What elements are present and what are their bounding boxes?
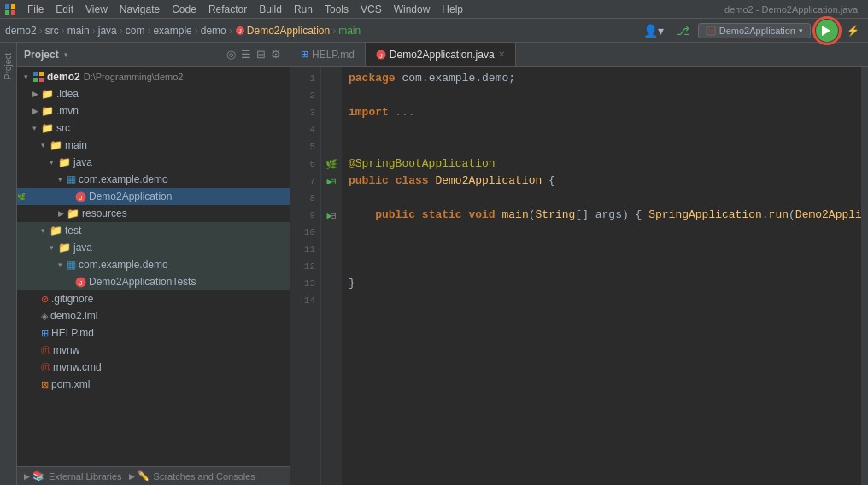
breadcrumb-java[interactable]: java — [98, 25, 117, 37]
tree-item-src[interactable]: ▾ 📁 src — [17, 120, 290, 137]
menu-run[interactable]: Run — [289, 3, 318, 16]
breadcrumb-main[interactable]: main — [67, 25, 90, 37]
tree-label-java: java — [73, 156, 92, 168]
breadcrumb-src[interactable]: src — [45, 25, 59, 37]
gutter-9[interactable]: ▶ ⊟ — [321, 207, 342, 224]
code-line-10 — [349, 224, 854, 241]
svg-rect-10 — [33, 78, 38, 82]
tree-item-resources[interactable]: ▶ 📁 resources — [17, 205, 290, 222]
breadcrumb-class[interactable]: JDemo2Application — [235, 25, 330, 37]
menubar: File Edit View Navigate Code Refactor Bu… — [0, 0, 868, 19]
tree-item-HELP-md[interactable]: ▶ ⊞ HELP.md — [17, 324, 290, 342]
menu-navigate[interactable]: Navigate — [114, 3, 165, 16]
tree-item-idea[interactable]: ▶ 📁 .idea — [17, 85, 290, 102]
git-branch-button[interactable]: ⎇ — [672, 22, 693, 39]
tree-item-demo2-iml[interactable]: ▶ ◈ demo2.iml — [17, 307, 290, 324]
external-libraries-item[interactable]: ▶ 📚 External Libraries — [24, 470, 122, 482]
maven-icon: ⓜ — [41, 344, 50, 357]
tree-item-java[interactable]: ▾ 📁 java — [17, 154, 290, 171]
breadcrumb-example[interactable]: example — [153, 25, 191, 37]
tree-label-pom-xml: pom.xml — [51, 378, 90, 390]
tree-arrow-mvn: ▶ — [32, 107, 41, 115]
gutter-4 — [321, 121, 342, 138]
code-content[interactable]: package com.example.demo; import ... @Sp… — [342, 67, 861, 485]
menu-window[interactable]: Window — [389, 3, 436, 16]
sep2: › — [62, 25, 65, 37]
scratches-item[interactable]: ▶ ✏️ Scratches and Consoles — [129, 470, 255, 482]
breadcrumb-demo[interactable]: demo — [201, 25, 226, 37]
tree-item-mvnw[interactable]: ▶ ⓜ mvnw — [17, 342, 290, 359]
tree-item-pom-xml[interactable]: ▶ ⊠ pom.xml — [17, 376, 290, 393]
breadcrumb-com[interactable]: com — [126, 25, 145, 37]
panel-dropdown-icon[interactable]: ▾ — [64, 50, 68, 59]
semicolon-1: ; — [508, 70, 515, 87]
account-button[interactable]: 👤▾ — [640, 22, 667, 39]
tree-item-demo2-root[interactable]: ▾ demo2 D:\Programming\demo2 — [17, 68, 290, 85]
tab-demo2app[interactable]: J Demo2Application.java ✕ — [366, 43, 516, 66]
panel-expand-button[interactable]: ⊟ — [255, 48, 267, 61]
svg-text:J: J — [79, 195, 83, 201]
coverage-button[interactable]: ⚡ — [843, 23, 863, 38]
tab-demo2app-close[interactable]: ✕ — [498, 50, 505, 59]
panel-localize-button[interactable]: ◎ — [225, 48, 238, 61]
tree-item-Demo2ApplicationTests[interactable]: ▶ J Demo2ApplicationTests — [17, 273, 290, 290]
tree-path-demo2: D:\Programming\demo2 — [84, 72, 184, 82]
sep4: › — [120, 25, 123, 37]
svg-rect-3 — [11, 10, 15, 15]
gutter-14 — [321, 292, 342, 309]
menu-build[interactable]: Build — [254, 3, 287, 16]
panel-collapse-button[interactable]: ☰ — [239, 48, 253, 61]
external-libraries-icon: 📚 — [32, 470, 44, 482]
menu-edit[interactable]: Edit — [50, 3, 79, 16]
tree-item-package[interactable]: ▾ ▦ com.example.demo — [17, 171, 290, 188]
window-title: demo2 - Demo2Application.java — [724, 4, 865, 15]
panel-settings-button[interactable]: ⚙ — [269, 48, 283, 61]
sidebar-strip-project-label[interactable]: Project — [3, 53, 13, 79]
scratches-label: Scratches and Consoles — [154, 471, 255, 482]
breadcrumb-demo2[interactable]: demo2 — [5, 25, 37, 37]
menu-tools[interactable]: Tools — [320, 3, 354, 16]
breadcrumb-main-method[interactable]: main — [338, 25, 361, 37]
tree-item-mvn[interactable]: ▶ 📁 .mvn — [17, 102, 290, 120]
run-button[interactable] — [816, 20, 838, 42]
brace-close: } — [349, 275, 355, 292]
code-line-7: public class Demo2Application { — [349, 172, 854, 190]
line-num-7: 7 — [290, 172, 315, 190]
sep5: › — [147, 25, 150, 37]
line-num-8: 8 — [290, 190, 315, 207]
menu-vcs[interactable]: VCS — [355, 3, 387, 16]
svg-text:M: M — [708, 28, 713, 34]
menu-view[interactable]: View — [80, 3, 113, 16]
panel-toolbar: ◎ ☰ ⊟ ⚙ — [225, 48, 283, 61]
mth-main: main — [502, 207, 529, 224]
tree-label-Demo2Application: Demo2Application — [89, 190, 172, 202]
spring-badge: 🌿 — [17, 193, 26, 201]
folder-java-test-icon: 📁 — [58, 242, 71, 254]
menu-refactor[interactable]: Refactor — [203, 3, 252, 16]
code-line-1: package com.example.demo; — [349, 70, 854, 87]
menu-code[interactable]: Code — [167, 3, 202, 16]
tab-help-md[interactable]: ⊞ HELP.md — [290, 43, 366, 66]
line-num-6: 6 — [290, 155, 315, 172]
tree-item-Demo2Application[interactable]: ▶ J 🌿 Demo2Application — [17, 188, 290, 205]
cls-springapp: SpringApplication — [648, 207, 762, 224]
folder-idea-icon: 📁 — [41, 88, 54, 100]
menu-help[interactable]: Help — [437, 3, 468, 16]
tree-item-mvnw-cmd[interactable]: ▶ ⓜ mvnw.cmd — [17, 359, 290, 376]
tree-item-java-test[interactable]: ▾ 📁 java — [17, 239, 290, 256]
vertical-scrollbar[interactable] — [861, 67, 868, 485]
tree-item-package-test[interactable]: ▾ ▦ com.example.demo — [17, 256, 290, 273]
tree-label-mvnw: mvnw — [53, 344, 79, 356]
external-libraries-label: External Libraries — [49, 471, 122, 482]
run-config-selector[interactable]: M Demo2Application ▾ — [698, 23, 811, 38]
tree-item-main[interactable]: ▾ 📁 main — [17, 137, 290, 154]
tree-label-mvnw-cmd: mvnw.cmd — [53, 361, 102, 373]
menu-file[interactable]: File — [22, 3, 49, 16]
gutter-7[interactable]: ▶ ⊟ — [321, 172, 342, 190]
tree-item-gitignore[interactable]: ▶ ⊘ .gitignore — [17, 290, 290, 307]
line-num-4: 4 — [290, 121, 315, 138]
paren-run: ( — [789, 207, 795, 224]
sep6: › — [195, 25, 198, 37]
tree-item-test[interactable]: ▾ 📁 test — [17, 222, 290, 239]
line-num-9: 9 — [290, 207, 315, 224]
